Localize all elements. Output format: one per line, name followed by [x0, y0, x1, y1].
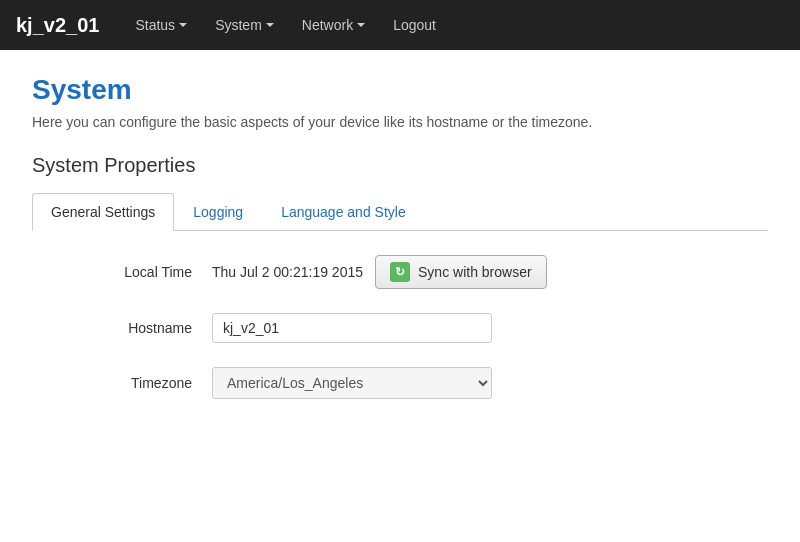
nav-items: Status System Network Logout — [123, 9, 448, 41]
tab-general-settings[interactable]: General Settings — [32, 193, 174, 231]
tabs-container: General Settings Logging Language and St… — [32, 193, 768, 231]
local-time-text: Thu Jul 2 00:21:19 2015 — [212, 264, 363, 280]
page-title: System — [32, 74, 768, 106]
nav-status[interactable]: Status — [123, 9, 199, 41]
timezone-row: Timezone America/Los_AngelesUTCAmerica/N… — [32, 367, 768, 399]
timezone-label: Timezone — [72, 375, 192, 391]
nav-network[interactable]: Network — [290, 9, 377, 41]
section-title: System Properties — [32, 154, 768, 177]
brand-title: kj_v2_01 — [16, 14, 99, 37]
tab-logging-label: Logging — [193, 204, 243, 220]
nav-system[interactable]: System — [203, 9, 286, 41]
nav-logout-label: Logout — [393, 17, 436, 33]
tab-language-style-label: Language and Style — [281, 204, 406, 220]
local-time-row: Local Time Thu Jul 2 00:21:19 2015 ↻ Syn… — [32, 255, 768, 289]
local-time-value: Thu Jul 2 00:21:19 2015 ↻ Sync with brow… — [212, 255, 547, 289]
nav-system-label: System — [215, 17, 262, 33]
hostname-row: Hostname — [32, 313, 768, 343]
page-description: Here you can configure the basic aspects… — [32, 114, 768, 130]
tab-general-settings-label: General Settings — [51, 204, 155, 220]
timezone-select-container: America/Los_AngelesUTCAmerica/New_YorkEu… — [212, 367, 492, 399]
network-caret-icon — [357, 23, 365, 27]
tab-logging[interactable]: Logging — [174, 193, 262, 230]
local-time-label: Local Time — [72, 264, 192, 280]
sync-icon: ↻ — [390, 262, 410, 282]
tab-language-style[interactable]: Language and Style — [262, 193, 425, 230]
main-content: System Here you can configure the basic … — [0, 50, 800, 447]
sync-with-browser-button[interactable]: ↻ Sync with browser — [375, 255, 547, 289]
status-caret-icon — [179, 23, 187, 27]
nav-logout[interactable]: Logout — [381, 9, 448, 41]
timezone-select[interactable]: America/Los_AngelesUTCAmerica/New_YorkEu… — [212, 367, 492, 399]
hostname-label: Hostname — [72, 320, 192, 336]
navbar: kj_v2_01 Status System Network Logout — [0, 0, 800, 50]
nav-network-label: Network — [302, 17, 353, 33]
nav-status-label: Status — [135, 17, 175, 33]
sync-button-label: Sync with browser — [418, 264, 532, 280]
hostname-input[interactable] — [212, 313, 492, 343]
system-caret-icon — [266, 23, 274, 27]
hostname-input-container — [212, 313, 492, 343]
